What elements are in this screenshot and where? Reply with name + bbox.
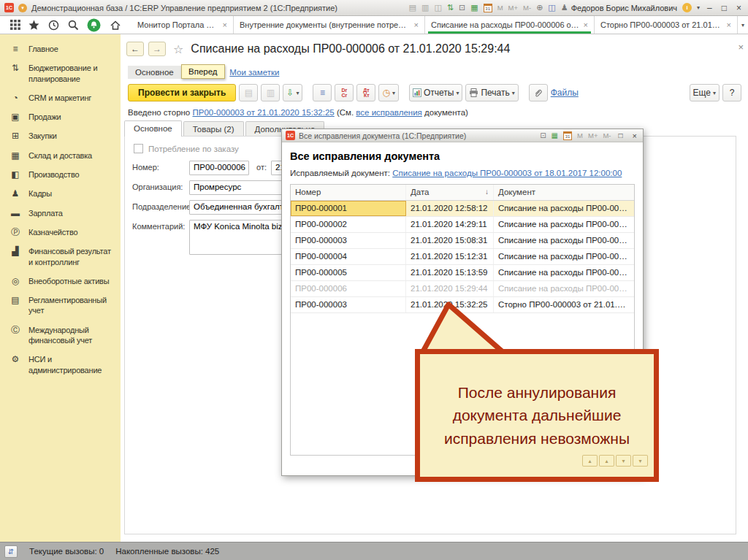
memory-mplus-button[interactable]: M+ — [588, 131, 598, 139]
table-row[interactable]: ПР00-000005 21.01.2020 15:13:59 Списание… — [291, 265, 634, 281]
number-field[interactable]: ПР00-000006 — [189, 161, 249, 175]
nav-notes-link[interactable]: Мои заметки — [229, 68, 279, 77]
favorite-star-icon[interactable]: ☆ — [173, 42, 183, 56]
document-link-icon[interactable]: ⊡ — [540, 131, 546, 139]
memory-mminus-button[interactable]: M- — [603, 131, 611, 139]
tab-internal-documents[interactable]: Внутренние документы (внутренние потребл… — [234, 16, 425, 34]
nav-main-link[interactable]: Основное — [128, 66, 181, 79]
all-corrections-link[interactable]: все исправления — [356, 108, 421, 117]
tab-close-icon[interactable]: × — [727, 20, 731, 29]
table-row[interactable]: ПР00-000003 21.01.2020 15:08:31 Списание… — [291, 233, 634, 249]
save-button[interactable]: ▤ — [239, 84, 258, 101]
minimize-button[interactable]: – — [705, 3, 714, 13]
sidebar-item-production[interactable]: ◧Производство — [0, 165, 121, 184]
tab-expense-writeoff[interactable]: Списание на расходы ПР00-000006 от 21.01… — [425, 16, 595, 34]
tab-close-icon[interactable]: × — [414, 20, 419, 29]
post-button[interactable]: ▥ — [261, 84, 280, 101]
sidebar-item-admin[interactable]: ⚙НСИ и администрирование — [0, 350, 121, 380]
memory-m-button[interactable]: M — [497, 4, 503, 12]
files-link[interactable]: Файлы — [551, 88, 579, 98]
tab-goods[interactable]: Товары (2) — [183, 121, 244, 137]
save-icon[interactable]: ▤ — [409, 3, 416, 12]
maximize-button[interactable]: □ — [720, 3, 729, 13]
document-link-icon[interactable]: ⊡ — [459, 3, 465, 12]
post-close-menu-button[interactable]: ⇩▾ — [283, 84, 302, 101]
table-row[interactable]: ПР00-000001 21.01.2020 12:58:12 Списание… — [291, 201, 634, 217]
more-button[interactable]: Еще▾ — [690, 84, 720, 101]
sidebar-item-sales[interactable]: ▣Продажи — [0, 107, 121, 126]
home-icon[interactable] — [110, 20, 121, 31]
back-button[interactable]: ← — [126, 42, 144, 56]
forward-button[interactable]: → — [148, 42, 166, 56]
column-number[interactable]: Номер — [291, 185, 406, 200]
main-menu-caret-icon[interactable]: ▾ — [18, 4, 27, 12]
dtkt-button[interactable]: ДтКт — [356, 84, 375, 101]
publish-icon[interactable]: ⇅ — [447, 3, 454, 12]
table-row-cancelled[interactable]: ПР00-000006 21.01.2020 15:29:44 Списание… — [291, 281, 634, 297]
sidebar-item-hr[interactable]: ♟Кадры — [0, 184, 121, 203]
sidebar-item-fixed-assets[interactable]: ◎Внеоборотные активы — [0, 272, 121, 291]
sidebar-item-main[interactable]: ≡Главное — [0, 39, 121, 58]
form-close-icon[interactable]: × — [738, 42, 744, 53]
consumption-by-order-checkbox[interactable] — [134, 144, 143, 153]
help-button[interactable]: ? — [722, 84, 741, 101]
attachments-button[interactable] — [529, 84, 548, 101]
sidebar-item-purchases[interactable]: ⊞Закупки — [0, 126, 121, 145]
memory-mminus-button[interactable]: M- — [523, 4, 531, 12]
sidebar-item-warehouse[interactable]: ▦Склад и доставка — [0, 146, 121, 165]
memory-mplus-button[interactable]: M+ — [508, 4, 518, 12]
sidebar-item-crm[interactable]: ◔CRM и маркетинг — [0, 88, 121, 107]
tab-close-icon[interactable]: × — [223, 20, 227, 29]
print-icon[interactable]: ▥ — [421, 3, 429, 12]
register-records-button[interactable]: ≡ — [313, 84, 332, 101]
dialog-close-button[interactable]: × — [630, 131, 639, 140]
table-row[interactable]: ПР00-000002 21.01.2020 14:29:11 Списание… — [291, 217, 634, 233]
server-calls-icon[interactable]: ⇵ — [4, 545, 18, 558]
drcr-button[interactable]: DrCr — [335, 84, 354, 101]
history-clock-icon[interactable] — [48, 20, 59, 31]
document-history-button[interactable]: ◷▾ — [378, 84, 399, 101]
zoom-icon[interactable]: ⊕ — [536, 3, 543, 12]
post-and-close-button[interactable]: Провести и закрыть — [128, 84, 236, 101]
dialog-maximize-button[interactable]: □ — [617, 131, 625, 139]
sort-desc-icon[interactable]: ↓ — [485, 188, 489, 197]
reports-button[interactable]: Отчеты▾ — [409, 84, 463, 101]
tab-monitor-portal[interactable]: Монитор Портала 1С:ИТС × — [131, 16, 234, 34]
calendar-icon[interactable]: 31 — [484, 4, 492, 12]
scroll-up-icon[interactable]: ▴ — [599, 455, 614, 467]
sidebar-item-ifrs[interactable]: ⒸМеждународный финансовый учет — [0, 321, 121, 350]
tab-list-dropdown-icon[interactable]: ▾ — [738, 16, 748, 34]
favorites-star-icon[interactable] — [28, 20, 39, 31]
sidebar-item-financial-result[interactable]: ▟Финансовый результат и контроллинг — [0, 242, 121, 272]
storno-doc-link[interactable]: ПР00-000003 от 21.01.2020 15:32:25 — [192, 108, 334, 117]
current-user[interactable]: ♟ Федоров Борис Михайлович — [561, 3, 677, 12]
calendar-icon[interactable]: 31 — [563, 131, 572, 140]
scroll-top-icon[interactable]: ▴ — [582, 455, 598, 467]
column-date[interactable]: Дата↓ — [406, 185, 494, 200]
scroll-bottom-icon[interactable]: ▾ — [633, 455, 648, 467]
sidebar-item-budgeting[interactable]: ⇅Бюджетирование и планирование — [0, 58, 121, 88]
search-icon[interactable] — [68, 20, 79, 31]
notifications-bell-icon[interactable] — [87, 18, 101, 32]
table-row[interactable]: ПР00-000004 21.01.2020 15:12:31 Списание… — [291, 249, 634, 265]
info-button[interactable]: i — [682, 3, 692, 12]
corrected-document-link[interactable]: Списание на расходы ПР00-000003 от 18.01… — [392, 169, 622, 177]
menu-grid-icon[interactable] — [10, 20, 20, 30]
column-document[interactable]: Документ — [494, 185, 634, 200]
table-row-storno[interactable]: ПР00-000003 21.01.2020 15:32:25 Сторно П… — [291, 297, 634, 313]
tab-general[interactable]: Основное — [124, 120, 182, 137]
calculator-icon[interactable]: ▦ — [552, 131, 558, 139]
sidebar-item-regulated-accounting[interactable]: ▤Регламентированный учет — [0, 291, 121, 321]
memory-m-button[interactable]: M — [577, 131, 583, 139]
close-button[interactable]: × — [734, 3, 744, 13]
tab-close-icon[interactable]: × — [584, 20, 588, 29]
info-caret-icon[interactable]: ▾ — [697, 4, 700, 11]
sidebar-item-payroll[interactable]: ▬Зарплата — [0, 204, 121, 223]
panels-icon[interactable]: ◫ — [548, 3, 555, 12]
sidebar-item-treasury[interactable]: ⓅКазначейство — [0, 223, 121, 242]
calculator-icon[interactable]: ▦ — [470, 3, 478, 12]
scroll-down-icon[interactable]: ▾ — [616, 455, 631, 467]
tab-storno[interactable]: Сторно ПР00-000003 от 21.01.2020 15:32:2… — [595, 16, 738, 34]
print-button[interactable]: Печать▾ — [465, 84, 518, 101]
preview-icon[interactable]: ◫ — [434, 3, 441, 12]
